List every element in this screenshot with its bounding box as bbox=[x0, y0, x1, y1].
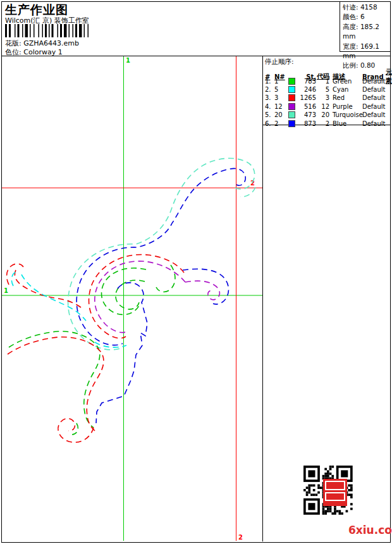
design-stats-box: 针迹: 4158 颜色: 6 高度: 185.2 mm 宽度: 169.1 mm… bbox=[340, 1, 390, 52]
stat-stitches: 针迹: 4158 bbox=[343, 3, 390, 12]
color-swatch bbox=[288, 78, 295, 85]
stop-sequence-table: 停止顺序: # N# St. 代码 描述 Brand 元素 1. 1 783 1… bbox=[263, 56, 390, 125]
stop-sequence-row: 2. 5 246 5 Cyan Default bbox=[265, 85, 390, 94]
stitch-path-cyan-spiral-bottom bbox=[95, 342, 126, 347]
stitch-path-cyan-left-claw bbox=[11, 271, 86, 321]
seal-glyph-top bbox=[325, 481, 345, 490]
watermark-text: 6xiu.com bbox=[348, 524, 392, 536]
barcode bbox=[5, 24, 113, 37]
stop-sequence-title: 停止顺序: bbox=[265, 58, 390, 66]
pattern-label: 花版: bbox=[5, 39, 21, 47]
stat-colors: 颜色: 6 bbox=[343, 12, 390, 22]
color-swatch bbox=[288, 86, 295, 93]
stitch-path-purple-spiral bbox=[95, 261, 185, 333]
pattern-value: GZHA6443.emb bbox=[23, 39, 79, 47]
color-swatch bbox=[288, 111, 295, 118]
stitch-path-green-inner-spiral-b bbox=[116, 280, 145, 309]
color-swatch bbox=[288, 103, 295, 110]
stitch-path-red-lower-tail bbox=[8, 337, 104, 431]
production-worksheet-page: 生产作业图 Wilcom(汇 京) 装饰工作室 花版: GZHA6443.emb… bbox=[0, 0, 392, 544]
stop-sequence-header-row: # N# St. 代码 描述 Brand 元素 bbox=[265, 68, 390, 76]
stop-sequence-row: 3. 3 1265 3 Red Default bbox=[265, 94, 390, 102]
stitch-path-red-left-claw bbox=[7, 264, 81, 307]
stitch-path-blue-top-hook-and-outer-spiral bbox=[77, 168, 245, 345]
stop-sequence-row: 4. 12 516 12 Purple Default bbox=[265, 102, 390, 111]
seal-glyph-bottom bbox=[325, 492, 345, 501]
stitch-path-turquoise-hook-tail bbox=[240, 187, 255, 197]
stat-height: 高度: 185.2 mm bbox=[343, 22, 390, 42]
color-swatch bbox=[288, 94, 295, 101]
stop-sequence-row: 5. 20 473 20 Turquoise Default bbox=[265, 111, 390, 119]
design-canvas: 1122 bbox=[1, 56, 262, 541]
start-marker-label-side: 1 bbox=[4, 287, 8, 294]
stop-sequence-row: 6. 2 873 2 Blue Default bbox=[265, 119, 390, 127]
start-marker-label-top: 1 bbox=[126, 57, 130, 64]
stitch-path-red-spiral bbox=[89, 254, 184, 338]
pattern-file-row: 花版: GZHA6443.emb bbox=[5, 39, 79, 48]
stop-sequence-row: 1. 1 783 1 Green Default bbox=[265, 77, 390, 85]
stitch-path-blue-right-hook bbox=[183, 269, 229, 304]
stitch-path-turquoise-top-hook-and-outer-spiral bbox=[68, 158, 255, 350]
design-area-border bbox=[262, 56, 263, 541]
end-marker-label-bottom: 2 bbox=[238, 534, 243, 541]
color-swatch bbox=[288, 120, 295, 127]
stitch-path-green-lower-tail bbox=[9, 331, 100, 428]
end-marker-label-side: 2 bbox=[250, 180, 255, 187]
red-seal bbox=[323, 479, 347, 506]
stitch-path-purple-right-hook bbox=[185, 281, 219, 300]
stitch-path-green-leaf-right bbox=[156, 265, 175, 292]
